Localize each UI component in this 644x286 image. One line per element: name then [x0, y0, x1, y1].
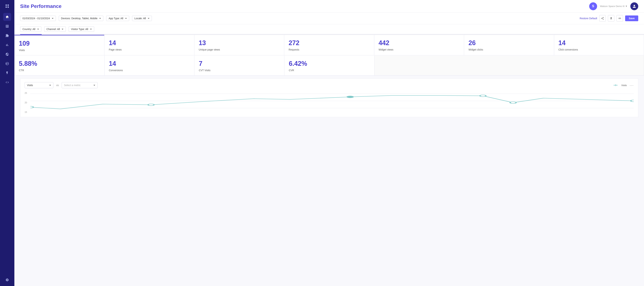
visits-legend-label: Visits — [621, 84, 627, 87]
visitor-type-chevron-icon — [90, 29, 92, 30]
metric-label: Unique page views — [199, 48, 280, 51]
metric-card-visits[interactable]: 109 Visits — [14, 35, 104, 55]
svg-rect-2 — [6, 6, 7, 8]
metric-card-ctr[interactable]: 5.88% CTR — [14, 56, 104, 75]
sidebar-icon-database[interactable] — [3, 60, 11, 68]
chart-area: 25 20 15 — [24, 92, 634, 114]
svg-rect-1 — [8, 4, 9, 6]
main-content: Site Performance S Watson Space Demo III… — [14, 0, 644, 286]
date-range-filter[interactable]: 01/03/2024 - 01/10/2024 — [20, 16, 56, 21]
metric-card-click-conversions[interactable]: 14 Click conversions — [554, 35, 644, 55]
filter-toolbar: 01/03/2024 - 01/10/2024 Devices: Desktop… — [14, 12, 644, 24]
download-button[interactable] — [608, 15, 614, 22]
metric-value: 14 — [109, 39, 190, 47]
metric-label: Click conversions — [558, 48, 640, 51]
metric-label: Widget views — [378, 48, 460, 51]
metric-card-widget-clicks[interactable]: 26 Widget clicks — [464, 35, 554, 55]
svg-point-12 — [631, 100, 634, 102]
chart-section: Visits vs Select a metric Vi — [20, 78, 638, 117]
secondary-toolbar: Country: All Channel: All Visitor Type: … — [14, 24, 644, 34]
metric-value: 109 — [19, 40, 100, 47]
metric-card-conversions[interactable]: 14 Conversions — [104, 56, 194, 75]
sidebar-icon-globe[interactable] — [3, 50, 11, 58]
metric-label: Page views — [109, 48, 190, 51]
sidebar — [0, 0, 14, 286]
sidebar-icon-settings[interactable] — [3, 276, 11, 284]
sidebar-icon-table[interactable] — [3, 22, 11, 30]
metric-value: 272 — [288, 39, 370, 47]
chart-more-options[interactable]: ··· — [630, 83, 634, 87]
metric-value: 6.42% — [289, 60, 370, 68]
metric-label: Widget clicks — [468, 48, 550, 51]
top-header: Site Performance S Watson Space Demo III… — [14, 0, 644, 12]
chart-y-labels: 25 20 15 — [24, 92, 28, 114]
sidebar-icon-puzzle[interactable] — [3, 32, 11, 40]
app-type-chevron-icon — [125, 18, 127, 19]
metric-label: CTR — [19, 69, 100, 72]
metric-label: Conversions — [109, 69, 190, 72]
svg-rect-3 — [8, 6, 9, 8]
metrics-row1: 109 Visits 14 Page views 13 Unique page … — [14, 35, 644, 76]
metric-card-requests[interactable]: 272 Requests — [284, 35, 374, 55]
link-button[interactable] — [616, 15, 623, 22]
sidebar-icon-code[interactable] — [3, 78, 11, 86]
header-right: S Watson Space Demo III ▼ — [589, 2, 638, 10]
metric-card-page-views[interactable]: 14 Page views — [104, 35, 194, 55]
sidebar-icon-plugin[interactable] — [3, 69, 11, 77]
metric-card-unique-page-views[interactable]: 13 Unique page views — [194, 35, 284, 55]
country-chevron-icon — [37, 29, 39, 30]
metric-card-cvr[interactable]: 6.42% CVR — [284, 56, 374, 75]
metric2-select[interactable]: Select a metric — [62, 82, 98, 88]
user-name: Watson Space Demo III ▼ — [600, 5, 628, 8]
legend-indicator — [614, 85, 618, 86]
metric-value: 14 — [558, 39, 640, 47]
metric-label: Visits — [19, 49, 100, 52]
page-title: Site Performance — [20, 4, 589, 9]
metric1-chevron-icon — [49, 85, 51, 86]
metric-card-widget-views[interactable]: 442 Widget views — [374, 35, 464, 55]
svg-point-7 — [30, 106, 34, 108]
chart-svg-wrapper — [30, 92, 634, 114]
svg-rect-0 — [6, 4, 7, 6]
restore-default-button[interactable]: Restore Default — [580, 17, 597, 20]
metric-value: 13 — [199, 39, 280, 47]
devices-chevron-icon — [99, 18, 101, 19]
country-filter[interactable]: Country: All — [20, 26, 41, 32]
share-button[interactable] — [599, 15, 606, 22]
metric-value: 442 — [378, 39, 460, 47]
chart-controls: Visits vs Select a metric Vi — [24, 82, 634, 88]
metric-label: CVT Visits — [199, 69, 280, 72]
metric-value: 5.88% — [19, 60, 100, 68]
vs-label: vs — [56, 84, 59, 87]
locale-filter[interactable]: Locale: All — [132, 16, 152, 21]
user-avatar[interactable]: S — [589, 2, 597, 10]
app-type-filter[interactable]: App Type: All — [106, 16, 129, 21]
channel-filter[interactable]: Channel: All — [44, 26, 66, 32]
metric-value: 7 — [199, 60, 280, 68]
metric-card-empty — [374, 56, 644, 75]
chart-options: Visits ··· — [614, 83, 634, 87]
svg-point-8 — [148, 104, 154, 106]
metric2-chevron-icon — [94, 85, 95, 86]
toolbar-actions: Restore Default Save — [580, 15, 638, 22]
svg-point-9 — [347, 96, 353, 98]
metric-value: 14 — [109, 60, 190, 68]
locale-chevron-icon — [148, 18, 150, 19]
date-chevron-icon — [52, 18, 54, 19]
sidebar-icon-chart[interactable] — [3, 41, 11, 49]
metric1-select[interactable]: Visits — [24, 82, 53, 88]
sidebar-icon-home[interactable] — [3, 13, 11, 21]
devices-filter[interactable]: Devices: Desktop, Tablet, Mobile — [59, 16, 104, 21]
metric-label: Requests — [288, 48, 370, 51]
metric-card-cvt-visits[interactable]: 7 CVT Visits — [194, 56, 284, 75]
sidebar-icon-grid[interactable] — [3, 2, 11, 10]
user-profile-icon[interactable] — [630, 2, 638, 10]
svg-point-10 — [480, 95, 486, 97]
visitor-type-filter[interactable]: Visitor Type: All — [69, 26, 94, 32]
visits-legend: Visits — [614, 84, 627, 87]
channel-chevron-icon — [62, 29, 64, 30]
metric-value: 26 — [468, 39, 550, 47]
metric-label: CVR — [289, 69, 370, 72]
save-button[interactable]: Save — [625, 16, 638, 21]
main-content-area: 109 Visits 14 Page views 13 Unique page … — [14, 34, 644, 286]
